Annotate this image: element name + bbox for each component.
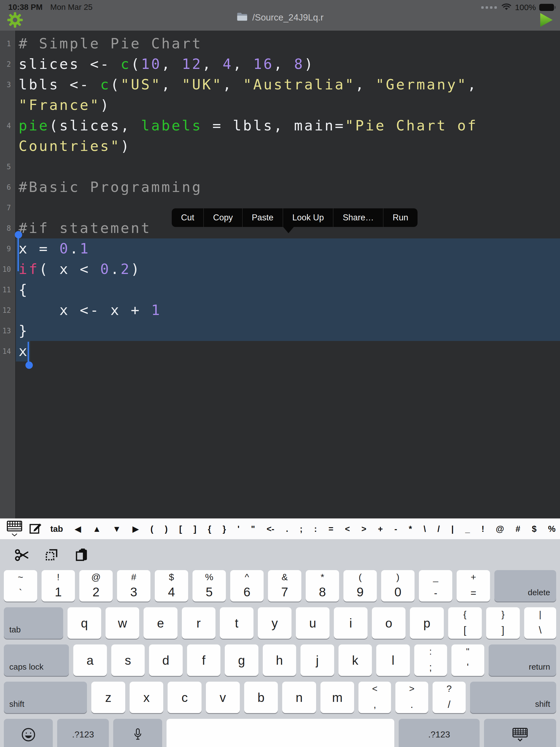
- paste-button[interactable]: [74, 547, 91, 564]
- key-numbers-left[interactable]: .?123: [57, 719, 109, 747]
- key-colon-semicolon[interactable]: :;: [414, 644, 447, 676]
- key-k[interactable]: k: [338, 644, 372, 676]
- key-v[interactable]: v: [206, 681, 240, 713]
- compose-button[interactable]: [27, 522, 44, 537]
- accessory-key[interactable]: $: [532, 524, 536, 534]
- code-text[interactable]: }: [15, 320, 29, 341]
- cut-button[interactable]: [14, 547, 31, 564]
- key-g[interactable]: g: [225, 644, 258, 676]
- key-hash-3[interactable]: #3: [117, 570, 150, 601]
- key-w[interactable]: w: [105, 607, 139, 639]
- key-shift-right[interactable]: shift: [470, 681, 556, 713]
- code-text[interactable]: x <- x + 1: [15, 300, 161, 320]
- key-pipe-backslash[interactable]: |\: [524, 607, 556, 639]
- accessory-key[interactable]: }: [223, 524, 226, 534]
- key-s[interactable]: s: [111, 644, 145, 676]
- key-space[interactable]: [167, 719, 394, 747]
- code-text[interactable]: "France"): [15, 95, 110, 115]
- accessory-key[interactable]: :: [314, 524, 317, 534]
- code-text[interactable]: {: [15, 279, 29, 300]
- accessory-key[interactable]: =: [328, 524, 333, 534]
- key-a[interactable]: a: [73, 644, 107, 676]
- accessory-key[interactable]: +: [378, 524, 383, 534]
- accessory-key[interactable]: ▲: [93, 524, 101, 534]
- code-text[interactable]: # Simple Pie Chart: [15, 33, 202, 54]
- accessory-key[interactable]: ): [165, 524, 168, 534]
- key-n[interactable]: n: [282, 681, 316, 713]
- selection-end-handle[interactable]: [25, 361, 33, 369]
- menu-item-copy[interactable]: Copy: [203, 208, 242, 227]
- key-dismiss-keyboard[interactable]: [484, 719, 556, 747]
- key-shift-left[interactable]: shift: [4, 681, 87, 713]
- menu-item-lookup[interactable]: Look Up: [283, 208, 333, 227]
- key-p[interactable]: p: [410, 607, 443, 639]
- accessory-key[interactable]: -: [394, 524, 397, 534]
- key-emoji[interactable]: [4, 719, 53, 747]
- accessory-key[interactable]: _: [465, 524, 470, 534]
- key-underscore-hyphen[interactable]: _-: [419, 570, 452, 601]
- key-tilde-backtick[interactable]: ~`: [4, 570, 37, 601]
- accessory-key[interactable]: ;: [300, 524, 302, 534]
- accessory-key[interactable]: /: [437, 524, 440, 534]
- accessory-key[interactable]: |: [451, 524, 454, 534]
- key-return[interactable]: return: [489, 644, 556, 676]
- key-dictation[interactable]: [113, 719, 162, 747]
- accessory-key[interactable]: ": [251, 524, 255, 534]
- key-at-2[interactable]: @2: [79, 570, 113, 601]
- key-i[interactable]: i: [334, 607, 367, 639]
- key-q[interactable]: q: [68, 607, 101, 639]
- key-brace-bracket-open[interactable]: {[: [448, 607, 482, 639]
- key-j[interactable]: j: [301, 644, 334, 676]
- accessory-key[interactable]: <-: [266, 524, 274, 534]
- menu-item-paste[interactable]: Paste: [242, 208, 283, 227]
- key-d[interactable]: d: [149, 644, 183, 676]
- menu-item-run[interactable]: Run: [383, 208, 417, 227]
- accessory-key[interactable]: .: [286, 524, 288, 534]
- accessory-key[interactable]: \: [424, 524, 426, 534]
- key-exclam-1[interactable]: !1: [42, 570, 75, 601]
- accessory-key[interactable]: !: [482, 524, 484, 534]
- accessory-key[interactable]: ▶: [132, 524, 139, 534]
- code-text[interactable]: #Basic Programming: [15, 177, 202, 198]
- keyboard-layout-button[interactable]: [5, 521, 24, 538]
- key-tab[interactable]: tab: [4, 607, 63, 639]
- key-f[interactable]: f: [187, 644, 221, 676]
- key-paren-close-0[interactable]: )0: [381, 570, 414, 601]
- key-u[interactable]: u: [296, 607, 330, 639]
- key-brace-bracket-close[interactable]: }]: [486, 607, 520, 639]
- code-text[interactable]: x: [15, 341, 29, 361]
- accessory-key[interactable]: %: [548, 524, 556, 534]
- accessory-key[interactable]: ]: [194, 524, 196, 534]
- key-asterisk-8[interactable]: *8: [306, 570, 339, 601]
- accessory-key[interactable]: (: [150, 524, 153, 534]
- code-editor[interactable]: 1# Simple Pie Chart2slices <- c(10, 12, …: [0, 31, 560, 518]
- key-x[interactable]: x: [130, 681, 163, 713]
- code-text[interactable]: lbls <- c("US", "UK", "Australia", "Germ…: [15, 74, 478, 95]
- key-plus-equals[interactable]: +=: [457, 570, 490, 601]
- accessory-key[interactable]: ': [238, 524, 239, 534]
- accessory-key[interactable]: ▼: [112, 524, 121, 534]
- key-t[interactable]: t: [220, 607, 253, 639]
- key-h[interactable]: h: [263, 644, 297, 676]
- run-button[interactable]: [538, 12, 554, 28]
- file-title[interactable]: /Source_24J9Lq.r: [0, 12, 560, 23]
- code-text[interactable]: x = 0.1: [15, 238, 90, 259]
- code-text[interactable]: pie(slices, labels = lbls, main="Pie Cha…: [15, 115, 478, 136]
- key-numbers-right[interactable]: .?123: [399, 719, 480, 747]
- key-quote-apostrophe[interactable]: "': [452, 644, 484, 676]
- key-o[interactable]: o: [372, 607, 406, 639]
- key-z[interactable]: z: [91, 681, 125, 713]
- accessory-key[interactable]: {: [208, 524, 211, 534]
- key-less-comma[interactable]: <,: [358, 681, 391, 713]
- key-m[interactable]: m: [321, 681, 354, 713]
- accessory-key[interactable]: *: [409, 524, 412, 534]
- key-paren-open-9[interactable]: (9: [343, 570, 377, 601]
- accessory-key-tab[interactable]: tab: [50, 524, 63, 534]
- key-b[interactable]: b: [244, 681, 278, 713]
- key-delete[interactable]: delete: [494, 570, 556, 601]
- code-text[interactable]: Countries"): [15, 136, 131, 156]
- code-text[interactable]: #if statement: [15, 218, 151, 238]
- key-caret-6[interactable]: ^6: [230, 570, 263, 601]
- code-text[interactable]: if( x < 0.2): [15, 259, 141, 279]
- accessory-key[interactable]: <: [345, 524, 350, 534]
